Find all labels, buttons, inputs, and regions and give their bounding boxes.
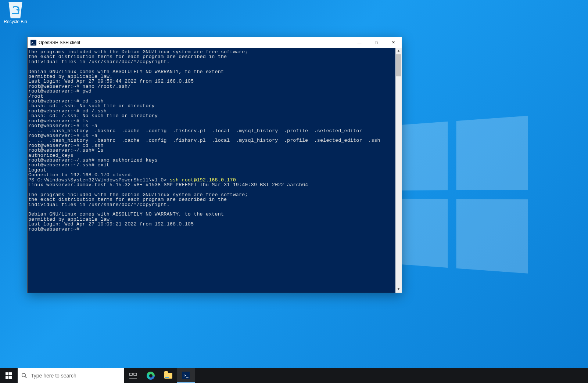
window-titlebar[interactable]: OpenSSH SSH client — □ ✕: [28, 37, 402, 48]
taskbar: Type here to search >_: [0, 368, 588, 383]
terminal-text-block-2: Linux webserver.domov.test 5.15.32-v8+ #…: [28, 182, 308, 232]
taskbar-powershell-button[interactable]: >_: [177, 368, 195, 383]
powershell-app-icon: [31, 40, 36, 46]
powershell-icon: >_: [182, 372, 190, 379]
window-minimize-button[interactable]: —: [351, 37, 368, 48]
svg-rect-3: [9, 376, 12, 379]
svg-rect-1: [9, 372, 12, 375]
recycle-bin-desktop-icon[interactable]: Recycle Bin: [2, 2, 29, 24]
task-view-button[interactable]: [124, 368, 142, 383]
taskbar-search-input[interactable]: Type here to search: [18, 368, 124, 383]
edge-icon: [147, 372, 155, 380]
taskbar-edge-button[interactable]: [142, 368, 159, 383]
windows-start-icon: [6, 372, 12, 379]
window-title: OpenSSH SSH client: [39, 40, 80, 45]
window-maximize-button[interactable]: □: [368, 37, 385, 48]
svg-point-4: [22, 373, 26, 377]
openssh-window: OpenSSH SSH client — □ ✕ The programs in…: [27, 37, 402, 293]
search-icon: [21, 373, 27, 379]
scroll-down-arrow-icon[interactable]: ▼: [395, 286, 402, 293]
search-placeholder: Type here to search: [31, 373, 76, 379]
terminal-scrollbar[interactable]: ▲ ▼: [395, 48, 402, 293]
svg-rect-0: [6, 372, 8, 375]
terminal-text-block-1: The programs included with the Debian GN…: [28, 49, 380, 178]
terminal-output[interactable]: The programs included with the Debian GN…: [28, 48, 402, 293]
scrollbar-thumb[interactable]: [396, 54, 401, 76]
recycle-bin-label: Recycle Bin: [2, 19, 29, 24]
svg-rect-8: [129, 378, 137, 379]
svg-rect-2: [6, 376, 8, 379]
folder-icon: [164, 373, 172, 379]
task-view-icon: [129, 373, 137, 379]
recycle-bin-icon: [7, 2, 24, 18]
svg-line-5: [25, 376, 26, 378]
scrollbar-track[interactable]: [395, 54, 402, 286]
scroll-up-arrow-icon[interactable]: ▲: [395, 48, 402, 54]
windows-wallpaper-logo: [386, 116, 528, 274]
svg-rect-6: [129, 373, 132, 375]
start-button[interactable]: [0, 368, 18, 383]
taskbar-file-explorer-button[interactable]: [159, 368, 177, 383]
svg-rect-7: [134, 373, 137, 375]
window-close-button[interactable]: ✕: [385, 37, 402, 48]
